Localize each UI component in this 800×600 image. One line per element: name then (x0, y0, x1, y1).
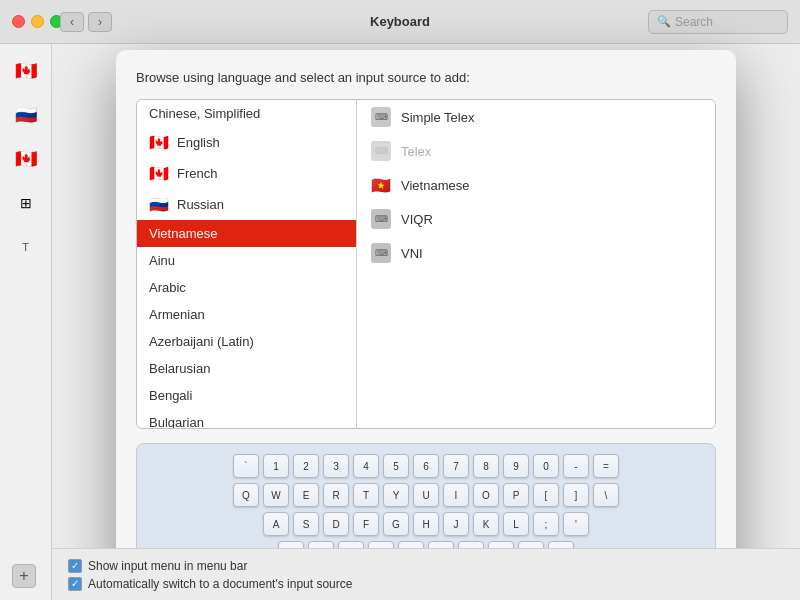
kb-row-1: ` 1 2 3 4 5 6 7 8 9 0 - = (149, 454, 703, 478)
kb-key-u: U (413, 483, 439, 507)
flag-ca2-icon: 🇨🇦 (15, 148, 37, 170)
kb-key-9: 9 (503, 454, 529, 478)
forward-button[interactable]: › (88, 12, 112, 32)
kb-key-y: Y (383, 483, 409, 507)
kb-key-rbracket: ] (563, 483, 589, 507)
kb-row-2: Q W E R T Y U I O P [ ] \ (149, 483, 703, 507)
lang-label-vietnamese: Vietnamese (149, 226, 217, 241)
kb-key-k: K (473, 512, 499, 536)
viqr-icon: ⌨ (371, 209, 391, 229)
source-label-telex: Telex (401, 144, 431, 159)
language-list: Chinese, Simplified 🇨🇦 English 🇨🇦 French… (137, 100, 357, 428)
close-button[interactable] (12, 15, 25, 28)
lang-item-belarusian[interactable]: Belarusian (137, 355, 356, 382)
checkbox-show-menu[interactable]: ✓ (68, 559, 82, 573)
kb-key-i: I (443, 483, 469, 507)
lang-label-russian: Russian (177, 197, 224, 212)
kb-key-h: H (413, 512, 439, 536)
kb-key-1: 1 (263, 454, 289, 478)
kb-key-5: 5 (383, 454, 409, 478)
lang-label-bulgarian: Bulgarian (149, 415, 204, 428)
text-icon: T (22, 241, 29, 253)
kb-key-lbracket: [ (533, 483, 559, 507)
checkmark2-icon: ✓ (71, 578, 79, 589)
checkbox-row-1: ✓ Show input menu in menu bar (68, 559, 784, 573)
sidebar-item-flag-ca1[interactable]: 🇨🇦 (6, 52, 46, 90)
kb-key-e: E (293, 483, 319, 507)
source-label-simple-telex: Simple Telex (401, 110, 474, 125)
flag-french-icon: 🇨🇦 (149, 164, 169, 183)
kb-key-d: D (323, 512, 349, 536)
lang-item-french[interactable]: 🇨🇦 French (137, 158, 356, 189)
source-label-vietnamese: Vietnamese (401, 178, 469, 193)
plus-button[interactable]: + (12, 564, 36, 588)
dialog-lists: Chinese, Simplified 🇨🇦 English 🇨🇦 French… (136, 99, 716, 429)
sidebar-item-flag-ru[interactable]: 🇷🇺 (6, 96, 46, 134)
kb-key-q: Q (233, 483, 259, 507)
titlebar-search-icon: 🔍 (657, 15, 671, 28)
lang-item-ainu[interactable]: Ainu (137, 247, 356, 274)
minimize-button[interactable] (31, 15, 44, 28)
simple-telex-icon: ⌨ (371, 107, 391, 127)
lang-item-vietnamese[interactable]: Vietnamese (137, 220, 356, 247)
lang-label-bengali: Bengali (149, 388, 192, 403)
checkmark-icon: ✓ (71, 560, 79, 571)
lang-item-arabic[interactable]: Arabic (137, 274, 356, 301)
lang-label-arabic: Arabic (149, 280, 186, 295)
checkbox-auto-switch[interactable]: ✓ (68, 577, 82, 591)
sidebar-item-grid[interactable]: ⊞ (6, 184, 46, 222)
source-item-vietnamese[interactable]: 🇻🇳 Vietnamese (357, 168, 715, 202)
lang-label-english: English (177, 135, 220, 150)
checkbox-row-2: ✓ Automatically switch to a document's i… (68, 577, 784, 591)
lang-label-french: French (177, 166, 217, 181)
bottom-bar: ✓ Show input menu in menu bar ✓ Automati… (52, 548, 800, 600)
lang-item-bengali[interactable]: Bengali (137, 382, 356, 409)
source-label-viqr: VIQR (401, 212, 433, 227)
lang-item-azerbaijani[interactable]: Azerbaijani (Latin) (137, 328, 356, 355)
lang-item-chinese-simplified[interactable]: Chinese, Simplified (137, 100, 356, 127)
kb-key-quote: ' (563, 512, 589, 536)
grid-icon: ⊞ (20, 195, 32, 211)
titlebar-search-input[interactable] (675, 15, 779, 29)
titlebar: ‹ › Keyboard 🔍 (0, 0, 800, 44)
source-list: ⌨ Simple Telex ⌨ Telex 🇻🇳 Vietnamese ⌨ V… (357, 100, 715, 428)
sidebar-item-flag-ca2[interactable]: 🇨🇦 (6, 140, 46, 178)
source-item-simple-telex[interactable]: ⌨ Simple Telex (357, 100, 715, 134)
kb-key-8: 8 (473, 454, 499, 478)
checkbox-show-menu-label: Show input menu in menu bar (88, 559, 247, 573)
lang-item-bulgarian[interactable]: Bulgarian (137, 409, 356, 428)
flag-ru-icon: 🇷🇺 (15, 104, 37, 126)
kb-key-equals: = (593, 454, 619, 478)
lang-label-belarusian: Belarusian (149, 361, 210, 376)
lang-item-armenian[interactable]: Armenian (137, 301, 356, 328)
kb-key-3: 3 (323, 454, 349, 478)
lang-item-russian[interactable]: 🇷🇺 Russian (137, 189, 356, 220)
lang-item-english[interactable]: 🇨🇦 English (137, 127, 356, 158)
kb-key-o: O (473, 483, 499, 507)
back-button[interactable]: ‹ (60, 12, 84, 32)
telex-icon: ⌨ (371, 141, 391, 161)
kb-key-p: P (503, 483, 529, 507)
main-area: 🇨🇦 🇷🇺 🇨🇦 ⊞ T Browse using language and s… (0, 44, 800, 600)
kb-key-6: 6 (413, 454, 439, 478)
source-item-telex: ⌨ Telex (357, 134, 715, 168)
dialog-content: Browse using language and select an inpu… (116, 50, 736, 600)
kb-key-0: 0 (533, 454, 559, 478)
sidebar-item-text[interactable]: T (6, 228, 46, 266)
source-item-viqr[interactable]: ⌨ VIQR (357, 202, 715, 236)
kb-key-7: 7 (443, 454, 469, 478)
vni-icon: ⌨ (371, 243, 391, 263)
vn-flag-icon: 🇻🇳 (371, 175, 391, 195)
window-title: Keyboard (370, 14, 430, 29)
source-item-vni[interactable]: ⌨ VNI (357, 236, 715, 270)
kb-key-minus: - (563, 454, 589, 478)
kb-key-t: T (353, 483, 379, 507)
kb-key-s: S (293, 512, 319, 536)
flag-russian-icon: 🇷🇺 (149, 195, 169, 214)
lang-label-chinese-simplified: Chinese, Simplified (149, 106, 260, 121)
kb-key-w: W (263, 483, 289, 507)
lang-label-azerbaijani: Azerbaijani (Latin) (149, 334, 254, 349)
kb-key-l: L (503, 512, 529, 536)
checkbox-auto-switch-label: Automatically switch to a document's inp… (88, 577, 352, 591)
titlebar-search[interactable]: 🔍 (648, 10, 788, 34)
